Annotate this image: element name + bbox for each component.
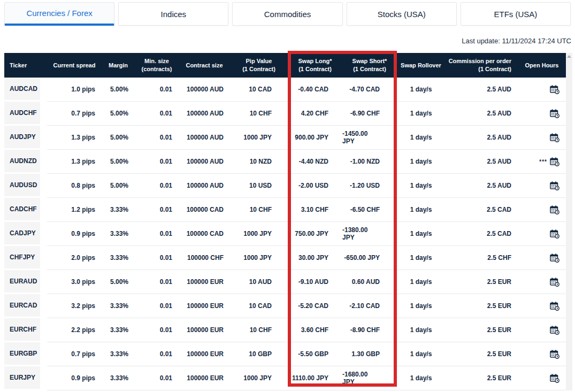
pip-value-cell: 10 USD	[230, 174, 288, 198]
spread-cell: 0.9 pips	[47, 366, 102, 390]
rollover-cell: 1 day/s	[397, 366, 445, 390]
rollover-cell: 1 day/s	[397, 102, 445, 126]
tab-indices[interactable]: Indices	[118, 2, 228, 26]
tab-label: Commodities	[264, 10, 311, 19]
swap-long-cell: 4.20 CHF	[288, 102, 342, 126]
margin-cell: 5.00%	[102, 126, 135, 150]
pip-value-cell: 10 GBP	[230, 342, 288, 366]
calendar-clock-icon[interactable]	[550, 205, 559, 214]
rollover-cell: 1 day/s	[397, 318, 445, 342]
header-ticker: Ticker	[4, 53, 40, 78]
margin-cell: 5.00%	[102, 270, 135, 294]
calendar-clock-icon[interactable]	[550, 181, 559, 190]
ticker-cell: CADCHF	[4, 198, 40, 222]
ticker-cell: EURAUD	[4, 270, 40, 294]
swap-long-cell: -5.20 CAD	[288, 294, 342, 318]
swap-short-cell: -650.00 JPY	[342, 246, 397, 270]
margin-cell: 3.33%	[102, 342, 135, 366]
table-scrollbar[interactable]	[566, 53, 572, 390]
calendar-clock-icon[interactable]	[550, 109, 559, 118]
open-hours-note: ***	[539, 159, 547, 165]
last-update-label: Last update: 11/11/2024 17:24 UTC	[462, 37, 571, 45]
ticker-cell: AUDJPY	[4, 126, 40, 150]
pip-value-cell: 10 CHF	[230, 102, 288, 126]
tab-stocks-usa[interactable]: Stocks (USA)	[347, 2, 457, 26]
margin-cell: 3.33%	[102, 222, 135, 246]
ticker-cell: EURJPY	[4, 366, 40, 390]
min-size-cell: 0.01	[135, 150, 179, 174]
calendar-clock-icon[interactable]	[550, 278, 559, 287]
header-contract-size: Contract size	[179, 53, 230, 78]
ticker-cell: AUDNZD	[4, 150, 40, 174]
pip-value-cell: 1000 JPY	[230, 366, 288, 390]
rollover-cell: 1 day/s	[397, 174, 445, 198]
rollover-cell: 1 day/s	[397, 342, 445, 366]
pip-value-cell: 1000 JPY	[230, 126, 288, 150]
rollover-cell: 1 day/s	[397, 198, 445, 222]
header-swap-rollover: Swap Rollover	[397, 53, 445, 78]
spread-cell: 1.0 pips	[47, 78, 102, 102]
rollover-cell: 1 day/s	[397, 246, 445, 270]
spread-cell: 0.7 pips	[47, 102, 102, 126]
min-size-cell: 0.01	[135, 222, 179, 246]
margin-cell: 3.33%	[102, 198, 135, 222]
header-commission: Commission per order (1 Contract)	[445, 53, 518, 78]
commission-cell: 2.5 CAD	[445, 198, 518, 222]
calendar-clock-icon[interactable]	[550, 350, 559, 359]
contract-size-cell: 100000 AUD	[179, 126, 230, 150]
tab-etfs-usa[interactable]: ETFs (USA)	[461, 2, 571, 26]
swap-long-cell: 3.10 CHF	[288, 198, 342, 222]
min-size-cell: 0.01	[135, 78, 179, 102]
table-row: CADCHF 1.2 pips 3.33% 0.01 100000 CAD 10…	[4, 198, 566, 222]
calendar-clock-icon[interactable]	[550, 374, 559, 383]
margin-cell: 3.33%	[102, 294, 135, 318]
table-body: AUDCAD 1.0 pips 5.00% 0.01 100000 AUD 10…	[4, 78, 572, 390]
header-open-hours: Open Hours	[518, 53, 566, 78]
rollover-cell: 1 day/s	[397, 126, 445, 150]
table-row: AUDUSD 0.8 pips 5.00% 0.01 100000 AUD 10…	[4, 174, 566, 198]
margin-cell: 5.00%	[102, 78, 135, 102]
calendar-clock-icon[interactable]	[550, 85, 559, 94]
header-swap-short: Swap Short* (1 Contract)	[342, 53, 397, 78]
scrollbar-up-arrow[interactable]	[566, 53, 572, 60]
pip-value-cell: 1000 JPY	[230, 246, 288, 270]
min-size-cell: 0.01	[135, 126, 179, 150]
calendar-clock-icon[interactable]	[550, 157, 559, 166]
tabs-bar: Currencies / Forex Indices Commodities S…	[4, 2, 571, 26]
commission-cell: 2.5 EUR	[445, 270, 518, 294]
commission-cell: 2.5 AUD	[445, 126, 518, 150]
commission-cell: 2.5 AUD	[445, 150, 518, 174]
calendar-clock-icon[interactable]	[550, 302, 559, 311]
spread-cell: 3.2 pips	[47, 294, 102, 318]
ticker-cell: EURGBP	[4, 342, 40, 366]
header-swap-long: Swap Long* (1 Contract)	[288, 53, 342, 78]
min-size-cell: 0.01	[135, 366, 179, 390]
table-row: CHFJPY 2.0 pips 3.33% 0.01 100000 CHF 10…	[4, 246, 566, 270]
pip-value-cell: 10 CAD	[230, 294, 288, 318]
header-min-size: Min. size (contracts)	[135, 53, 179, 78]
commission-cell: 2.5 AUD	[445, 102, 518, 126]
calendar-clock-icon[interactable]	[550, 326, 559, 335]
spread-cell: 0.8 pips	[47, 174, 102, 198]
open-hours-cell	[518, 294, 566, 318]
min-size-cell: 0.01	[135, 102, 179, 126]
rollover-cell: 1 day/s	[397, 222, 445, 246]
swap-long-cell: 750.00 JPY	[288, 222, 342, 246]
margin-cell: 5.00%	[102, 150, 135, 174]
calendar-clock-icon[interactable]	[550, 133, 559, 142]
tab-currencies-forex[interactable]: Currencies / Forex	[4, 2, 114, 26]
open-hours-cell	[518, 366, 566, 390]
calendar-clock-icon[interactable]	[550, 229, 559, 239]
swap-long-cell: -0.40 CAD	[288, 78, 342, 102]
contract-size-cell: 100000 EUR	[179, 294, 230, 318]
contract-size-cell: 100000 CHF	[179, 246, 230, 270]
ticker-cell: CADJPY	[4, 222, 40, 246]
contract-size-cell: 100000 EUR	[179, 342, 230, 366]
spread-cell: 0.7 pips	[47, 342, 102, 366]
spread-cell: 1.3 pips	[47, 150, 102, 174]
tab-commodities[interactable]: Commodities	[232, 2, 342, 26]
ticker-cell: AUDUSD	[4, 174, 40, 198]
calendar-clock-icon[interactable]	[550, 253, 559, 263]
contract-size-cell: 100000 AUD	[179, 150, 230, 174]
ticker-cell: EURCHF	[4, 318, 40, 342]
